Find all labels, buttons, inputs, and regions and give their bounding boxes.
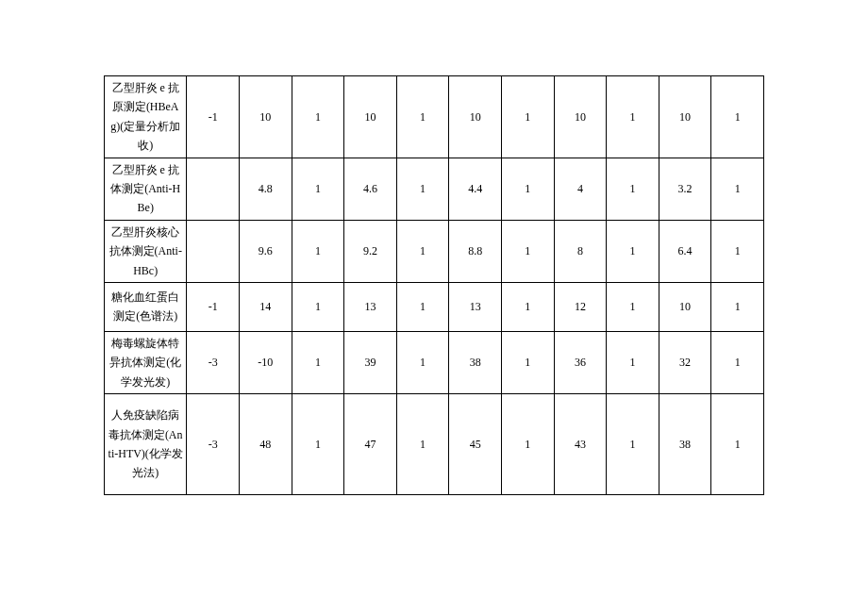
cell-value: 3.2 bbox=[659, 158, 711, 220]
cell-value: 9.6 bbox=[240, 220, 292, 282]
cell-value: 1 bbox=[711, 158, 764, 220]
cell-value: 43 bbox=[554, 394, 607, 495]
cell-name: 梅毒螺旋体特异抗体测定(化学发光发) bbox=[105, 331, 187, 393]
cell-value: -1 bbox=[187, 282, 240, 331]
cell-value: 1 bbox=[396, 76, 449, 158]
cell-value: 1 bbox=[396, 282, 449, 331]
cell-value: 4.4 bbox=[449, 158, 502, 220]
cell-value: 47 bbox=[344, 394, 397, 495]
cell-value: 1 bbox=[711, 76, 764, 158]
cell-value: -10 bbox=[240, 331, 292, 393]
cell-value: 1 bbox=[292, 158, 344, 220]
cell-value: 4.6 bbox=[344, 158, 397, 220]
cell-value: -3 bbox=[187, 394, 240, 495]
cell-value bbox=[187, 220, 240, 282]
table-row: 梅毒螺旋体特异抗体测定(化学发光发) -3 -10 1 39 1 38 1 36… bbox=[105, 331, 764, 393]
cell-name: 人免疫缺陷病毒抗体测定(Anti-HTV)(化学发光法) bbox=[105, 394, 187, 495]
cell-value: 4 bbox=[554, 158, 607, 220]
cell-value: 1 bbox=[396, 220, 449, 282]
cell-value: 10 bbox=[344, 76, 397, 158]
cell-value: 1 bbox=[396, 331, 449, 393]
cell-name: 糖化血红蛋白测定(色谱法) bbox=[105, 282, 187, 331]
cell-value: 13 bbox=[344, 282, 397, 331]
table-row: 乙型肝炎核心抗体测定(Anti-HBc) 9.6 1 9.2 1 8.8 1 8… bbox=[105, 220, 764, 282]
cell-value: 48 bbox=[240, 394, 292, 495]
cell-value: 4.8 bbox=[240, 158, 292, 220]
cell-value: 1 bbox=[607, 158, 659, 220]
cell-value: 1 bbox=[607, 282, 659, 331]
cell-value: 1 bbox=[711, 331, 764, 393]
cell-value: 45 bbox=[449, 394, 502, 495]
cell-value: 39 bbox=[344, 331, 397, 393]
cell-value: 1 bbox=[292, 331, 344, 393]
cell-value: 12 bbox=[554, 282, 607, 331]
cell-value: 10 bbox=[659, 76, 711, 158]
table-row: 乙型肝炎 e 抗体测定(Anti-HBe) 4.8 1 4.6 1 4.4 1 … bbox=[105, 158, 764, 220]
cell-value: 1 bbox=[292, 394, 344, 495]
cell-value: 10 bbox=[659, 282, 711, 331]
cell-value: 38 bbox=[449, 331, 502, 393]
cell-value: 1 bbox=[292, 220, 344, 282]
cell-name: 乙型肝炎 e 抗原测定(HBeAg)(定量分析加收) bbox=[105, 76, 187, 158]
cell-value: 9.2 bbox=[344, 220, 397, 282]
cell-value: 38 bbox=[659, 394, 711, 495]
table-row: 糖化血红蛋白测定(色谱法) -1 14 1 13 1 13 1 12 1 10 … bbox=[105, 282, 764, 331]
table-row: 人免疫缺陷病毒抗体测定(Anti-HTV)(化学发光法) -3 48 1 47 … bbox=[105, 394, 764, 495]
cell-value: 36 bbox=[554, 331, 607, 393]
cell-value: 1 bbox=[501, 76, 554, 158]
cell-value: -1 bbox=[187, 76, 240, 158]
cell-value: 6.4 bbox=[659, 220, 711, 282]
cell-name: 乙型肝炎核心抗体测定(Anti-HBc) bbox=[105, 220, 187, 282]
cell-value: 1 bbox=[501, 282, 554, 331]
cell-name: 乙型肝炎 e 抗体测定(Anti-HBe) bbox=[105, 158, 187, 220]
cell-value: 1 bbox=[711, 220, 764, 282]
cell-value: 13 bbox=[449, 282, 502, 331]
cell-value: 1 bbox=[607, 76, 659, 158]
cell-value: 1 bbox=[396, 158, 449, 220]
cell-value: 10 bbox=[240, 76, 292, 158]
cell-value: 1 bbox=[607, 394, 659, 495]
cell-value: 8 bbox=[554, 220, 607, 282]
cell-value: 1 bbox=[607, 220, 659, 282]
cell-value: 14 bbox=[240, 282, 292, 331]
cell-value: 10 bbox=[554, 76, 607, 158]
cell-value: 1 bbox=[501, 331, 554, 393]
cell-value: 1 bbox=[501, 158, 554, 220]
table-row: 乙型肝炎 e 抗原测定(HBeAg)(定量分析加收) -1 10 1 10 1 … bbox=[105, 76, 764, 158]
cell-value: 1 bbox=[607, 331, 659, 393]
cell-value: 32 bbox=[659, 331, 711, 393]
cell-value: 10 bbox=[449, 76, 502, 158]
cell-value: 1 bbox=[292, 282, 344, 331]
cell-value: 1 bbox=[501, 394, 554, 495]
cell-value: 1 bbox=[396, 394, 449, 495]
cell-value: -3 bbox=[187, 331, 240, 393]
cell-value bbox=[187, 158, 240, 220]
cell-value: 1 bbox=[501, 220, 554, 282]
cell-value: 1 bbox=[711, 282, 764, 331]
cell-value: 1 bbox=[711, 394, 764, 495]
cell-value: 8.8 bbox=[449, 220, 502, 282]
cell-value: 1 bbox=[292, 76, 344, 158]
data-table: 乙型肝炎 e 抗原测定(HBeAg)(定量分析加收) -1 10 1 10 1 … bbox=[104, 75, 764, 495]
